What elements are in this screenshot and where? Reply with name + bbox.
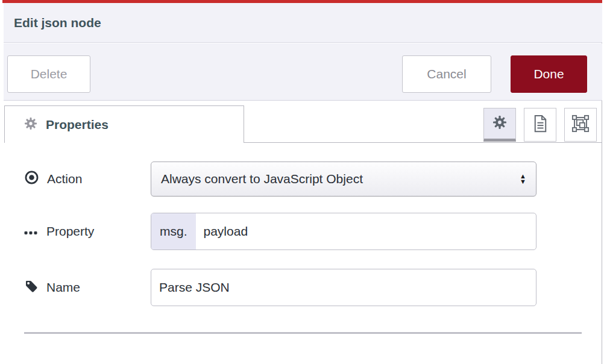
select-updown-icon: ▲▼ (520, 174, 526, 184)
object-group-icon (571, 115, 590, 135)
properties-form: Action Always convert to JavaScript Obje… (4, 143, 602, 364)
property-label: Property (24, 213, 94, 250)
action-select[interactable]: Always convert to JavaScript Object ▲▼ (151, 162, 536, 196)
form-divider (24, 332, 582, 334)
name-label-text: Name (46, 280, 80, 295)
property-input[interactable] (196, 213, 536, 249)
description-tab-button[interactable] (524, 108, 556, 142)
properties-tab-button[interactable] (483, 108, 516, 142)
name-input[interactable] (151, 269, 536, 306)
cancel-button[interactable]: Cancel (402, 55, 491, 93)
done-button[interactable]: Done (511, 55, 587, 93)
edit-node-dialog: Edit json node Delete Cancel Done (4, 0, 602, 364)
gear-icon (24, 117, 37, 133)
property-label-text: Property (46, 224, 94, 239)
ellipsis-icon (24, 224, 39, 239)
document-icon (533, 115, 548, 135)
dot-circle-icon (24, 170, 39, 188)
tab-properties[interactable]: Properties (4, 105, 244, 143)
gear-icon (492, 115, 507, 132)
action-label-text: Action (47, 172, 82, 186)
dialog-header: Edit json node (4, 3, 602, 43)
delete-button[interactable]: Delete (7, 55, 90, 93)
msg-prefix[interactable]: msg. (151, 213, 196, 249)
tag-icon (24, 279, 39, 297)
dialog-title: Edit json node (14, 16, 101, 30)
name-row: Name (4, 269, 602, 306)
action-row: Action Always convert to JavaScript Obje… (4, 162, 602, 196)
name-label: Name (24, 269, 80, 306)
property-row: Property msg. (4, 213, 602, 250)
appearance-tab-button[interactable] (564, 108, 597, 142)
action-label: Action (24, 162, 82, 196)
tab-properties-label: Properties (46, 118, 109, 132)
action-select-value: Always convert to JavaScript Object (161, 172, 363, 186)
tab-icon-buttons (483, 108, 597, 142)
property-field: msg. (151, 213, 536, 250)
dialog-button-bar: Delete Cancel Done (4, 43, 602, 101)
tab-bar: Properties (4, 101, 602, 143)
name-field (151, 269, 536, 306)
